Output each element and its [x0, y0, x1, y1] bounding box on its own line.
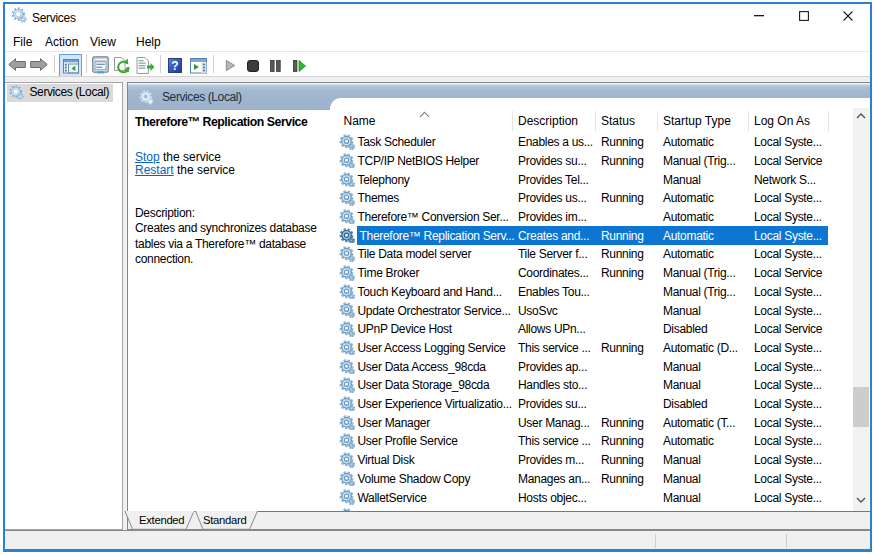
svg-text:?: ?: [171, 59, 178, 73]
